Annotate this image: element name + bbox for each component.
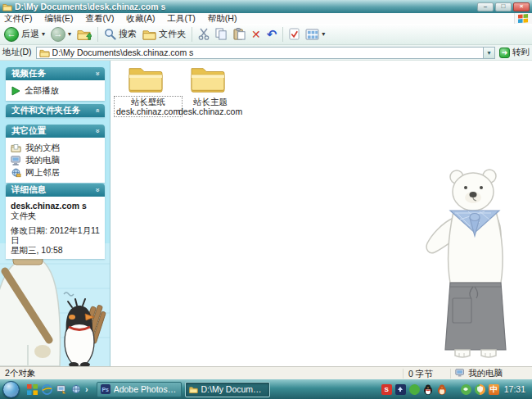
- browser-icon[interactable]: [70, 383, 82, 395]
- media-player-icon[interactable]: [26, 383, 38, 395]
- panel-details: 详细信息 « desk.chinaz.com s 文件夹 修改日期: 2012年…: [6, 184, 105, 259]
- qq-penguin2-icon[interactable]: [437, 384, 448, 395]
- tray-green-app-icon[interactable]: [409, 384, 420, 395]
- status-size: 0 字节: [403, 369, 450, 379]
- checklist-button[interactable]: [289, 28, 300, 40]
- address-folder-icon: [39, 48, 50, 57]
- minimize-button[interactable]: –: [477, 2, 494, 11]
- address-bar: 地址(D) D:\My Documents\desk.chinaz.com s …: [0, 45, 532, 61]
- my-computer-link[interactable]: 我的电脑: [11, 154, 100, 166]
- back-icon: ←: [4, 27, 19, 42]
- folder-domain: desk.chinaz.com: [178, 107, 242, 116]
- folder-name: 站长主题: [193, 97, 228, 107]
- checked-page-icon: [289, 28, 300, 40]
- address-dropdown-button[interactable]: ▾: [483, 48, 494, 58]
- forward-button[interactable]: → ▾: [51, 27, 71, 42]
- details-folder-name: desk.chinaz.com s: [11, 201, 100, 211]
- paste-button[interactable]: [233, 28, 246, 40]
- back-dropdown-icon[interactable]: ▾: [42, 30, 45, 38]
- delete-icon: ✕: [251, 29, 261, 40]
- folders-label: 文件夹: [159, 28, 186, 40]
- address-input[interactable]: D:\My Documents\desk.chinaz.com s ▾: [36, 47, 495, 59]
- task-explorer[interactable]: D:\My Documents\...: [185, 382, 270, 397]
- panel-video-tasks-header[interactable]: 视频任务 «: [6, 67, 105, 80]
- menu-view[interactable]: 查看(V): [85, 13, 114, 25]
- status-location-label: 我的电脑: [468, 368, 503, 379]
- qq-penguin-icon[interactable]: [423, 384, 434, 395]
- go-icon: ➜: [499, 48, 510, 58]
- my-documents-label: 我的文档: [25, 143, 60, 154]
- panel-file-tasks-header[interactable]: 文件和文件夹任务 »: [6, 104, 105, 117]
- panel-title: 视频任务: [11, 68, 46, 79]
- tray-blue-app-icon[interactable]: [395, 384, 406, 395]
- ime-indicator[interactable]: 中: [489, 384, 499, 395]
- tray-red-app-icon[interactable]: S: [381, 384, 392, 395]
- menu-edit[interactable]: 编辑(E): [44, 13, 73, 25]
- start-button[interactable]: [2, 381, 20, 398]
- my-computer-label: 我的电脑: [25, 155, 60, 166]
- folder-up-icon: [77, 28, 92, 41]
- paste-icon: [233, 28, 246, 40]
- antivirus-icon[interactable]: [461, 384, 471, 395]
- folder-icon: [189, 385, 198, 394]
- panel-details-header[interactable]: 详细信息 «: [6, 184, 105, 197]
- menu-tools[interactable]: 工具(T): [167, 13, 195, 25]
- play-all-link[interactable]: 全部播放: [11, 84, 100, 97]
- show-desktop-icon[interactable]: [56, 383, 67, 395]
- panel-other-places-header[interactable]: 其它位置 «: [6, 125, 105, 138]
- panel-title: 文件和文件夹任务: [11, 105, 80, 116]
- my-documents-link[interactable]: 我的文档: [11, 142, 100, 154]
- status-location: 我的电脑: [450, 369, 532, 379]
- menu-favorites[interactable]: 收藏(A): [126, 13, 155, 25]
- cut-button[interactable]: [198, 28, 210, 40]
- folder-label: 站长主题 desk.chinaz.com: [177, 97, 244, 116]
- file-list-area[interactable]: 站长壁纸 desk.chinaz.com 站长主题 desk.chinaz.co…: [111, 61, 532, 366]
- delete-button[interactable]: ✕: [251, 29, 261, 40]
- system-tray: S: [381, 384, 530, 395]
- search-button[interactable]: 搜索: [104, 28, 137, 40]
- panel-other-places: 其它位置 « 我的文档: [6, 125, 105, 183]
- panel-title: 其它位置: [11, 125, 46, 137]
- views-dropdown-icon[interactable]: ▾: [322, 30, 325, 38]
- panel-file-tasks: 文件和文件夹任务 »: [6, 104, 105, 117]
- security-shield-icon[interactable]: [475, 384, 485, 395]
- task-photoshop[interactable]: Ps Adobe Photoshop ...: [97, 382, 182, 397]
- task-buttons: Ps Adobe Photoshop ... D:\My Documents\.…: [97, 382, 270, 397]
- explorer-body: 视频任务 « 全部播放 文件和文件夹任务 »: [0, 61, 532, 366]
- collapse-chevron-icon[interactable]: «: [92, 188, 101, 192]
- undo-button[interactable]: ↶: [267, 28, 277, 40]
- views-button[interactable]: ▾: [305, 29, 325, 40]
- title-bar: D:\My Documents\desk.chinaz.com s – □ ×: [0, 0, 532, 13]
- undo-icon: ↶: [267, 28, 277, 40]
- taskbar-clock[interactable]: 17:31: [504, 384, 525, 394]
- network-places-link[interactable]: 网上邻居: [11, 166, 100, 179]
- maximize-button[interactable]: □: [495, 2, 512, 11]
- go-label: 转到: [512, 47, 530, 58]
- details-modified-date: 修改日期: 2012年1月11日: [11, 225, 100, 245]
- collapse-chevron-icon[interactable]: «: [92, 129, 101, 133]
- menu-file[interactable]: 文件(F): [4, 13, 32, 25]
- cut-icon: [198, 28, 210, 40]
- sidebar: 视频任务 « 全部播放 文件和文件夹任务 »: [0, 61, 110, 366]
- my-computer-icon: [455, 369, 465, 378]
- menu-help[interactable]: 帮助(H): [208, 13, 237, 25]
- window-title: D:\My Documents\desk.chinaz.com s: [15, 2, 165, 11]
- photoshop-icon: Ps: [101, 384, 110, 394]
- toolbar-separator: [97, 27, 98, 42]
- menu-bar: 文件(F) 编辑(E) 查看(V) 收藏(A) 工具(T) 帮助(H): [0, 13, 532, 24]
- back-button[interactable]: ← 后退 ▾: [4, 27, 45, 42]
- folder-tile-theme[interactable]: 站长主题 desk.chinaz.com: [177, 64, 239, 116]
- folders-button[interactable]: 文件夹: [142, 28, 186, 40]
- forward-dropdown-icon[interactable]: ▾: [68, 30, 71, 38]
- go-button[interactable]: ➜ 转到: [499, 47, 530, 58]
- close-button[interactable]: ×: [513, 2, 530, 11]
- folder-domain: desk.chinaz.com: [116, 107, 180, 116]
- titlebar-folder-icon: [2, 2, 12, 11]
- internet-explorer-icon[interactable]: [41, 383, 52, 395]
- expand-chevron-icon[interactable]: »: [92, 108, 101, 112]
- folder-tile-wallpaper[interactable]: 站长壁纸 desk.chinaz.com: [115, 64, 177, 116]
- up-button[interactable]: [77, 28, 92, 41]
- quick-launch-expand-icon[interactable]: ›: [85, 384, 88, 394]
- collapse-chevron-icon[interactable]: «: [92, 71, 101, 75]
- copy-button[interactable]: [215, 28, 228, 40]
